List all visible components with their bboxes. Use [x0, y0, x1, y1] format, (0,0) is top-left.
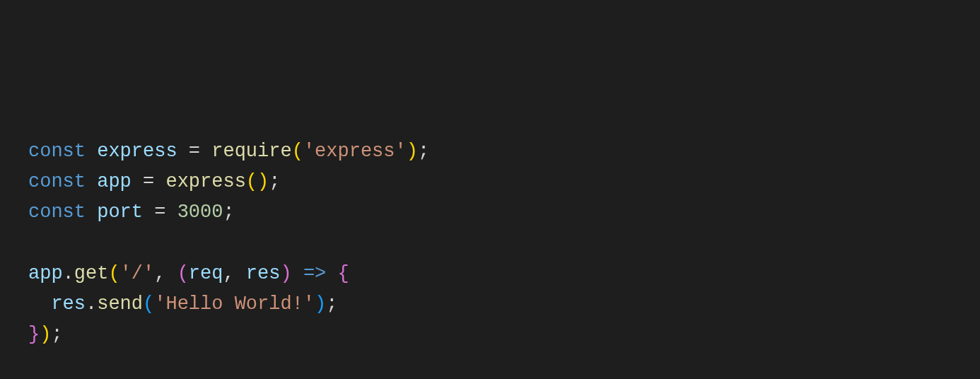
var-res: res [51, 293, 86, 315]
keyword-const: const [28, 171, 86, 192]
code-line-4 [28, 228, 980, 258]
keyword-const: const [28, 141, 86, 162]
func-express: express [165, 171, 245, 192]
code-editor[interactable]: const express = require('express');const… [28, 136, 980, 379]
var-express: express [97, 141, 177, 162]
var-res: res [246, 263, 281, 284]
var-app: app [97, 171, 132, 192]
string-route: '/' [120, 263, 155, 284]
code-line-5: app.get('/', (req, res) => { [28, 259, 980, 289]
code-line-6: res.send('Hello World!'); [28, 289, 980, 320]
var-app: app [28, 263, 63, 284]
var-port: port [97, 202, 143, 223]
code-line-2: const app = express(); [28, 167, 980, 197]
string-express: 'express' [303, 141, 407, 162]
code-line-3: const port = 3000; [28, 197, 980, 228]
func-require: require [211, 141, 291, 162]
func-send: send [97, 293, 143, 315]
code-line-8 [28, 350, 980, 379]
code-line-7: }); [28, 320, 980, 350]
string-hello: 'Hello World!' [154, 293, 315, 315]
func-get: get [74, 263, 109, 284]
var-req: req [189, 263, 223, 284]
number-3000: 3000 [177, 202, 223, 223]
arrow: => [303, 263, 326, 284]
code-line-1: const express = require('express'); [28, 136, 980, 167]
keyword-const: const [28, 202, 86, 223]
